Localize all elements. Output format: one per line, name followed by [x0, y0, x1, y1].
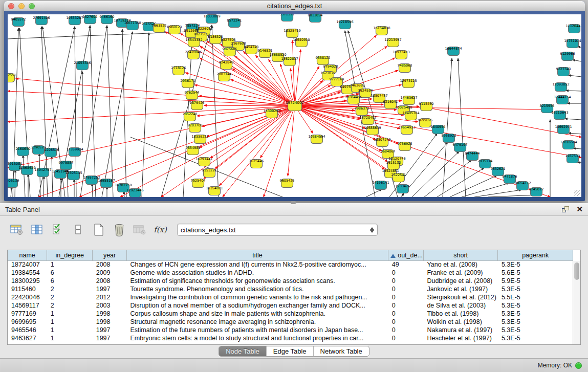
table-cell[interactable]: 5.6E-5	[498, 269, 573, 277]
graph-edge[interactable]	[566, 91, 581, 91]
graph-node[interactable]: 9129966	[560, 52, 575, 61]
table-cell[interactable]: Corpus callosum shape and size in male p…	[126, 310, 388, 318]
graph-node[interactable]: 16291441	[195, 157, 212, 166]
table-cell[interactable]: Tourette syndrome. Phenomenology and cla…	[126, 285, 388, 293]
select-columns-icon[interactable]	[30, 222, 45, 237]
graph-node[interactable]: 15751074	[564, 39, 581, 48]
graph-node[interactable]: 1290526	[31, 145, 46, 155]
table-row[interactable]: 1456911722003Disruption of a novel membe…	[8, 301, 573, 310]
graph-node[interactable]: 18325419	[284, 29, 300, 38]
graph-node[interactable]: 1840954	[431, 125, 446, 134]
table-cell[interactable]: 9465546	[8, 326, 47, 334]
graph-node[interactable]: 1167533	[565, 154, 580, 163]
graph-node[interactable]: 12923446	[126, 188, 143, 198]
graph-node[interactable]: 13505135	[65, 171, 82, 180]
graph-node[interactable]: 2718126	[171, 66, 186, 75]
table-cell[interactable]: 5.3E-5	[498, 318, 573, 326]
graph-node[interactable]: 9466160	[100, 15, 115, 24]
graph-node[interactable]: 8960123	[167, 25, 182, 34]
graph-node[interactable]: 11568629	[18, 166, 35, 175]
graph-edge[interactable]	[142, 33, 149, 197]
new-file-icon[interactable]	[91, 222, 106, 237]
graph-node[interactable]: 5572391	[280, 14, 295, 21]
graph-node[interactable]: 15692971	[555, 125, 572, 134]
graph-edge[interactable]	[11, 187, 12, 197]
graph-node[interactable]: 16354821	[206, 186, 223, 195]
graph-node[interactable]: 19654923	[398, 125, 415, 135]
graph-node[interactable]: 10384594	[308, 135, 325, 144]
graph-node[interactable]: 18807249	[374, 138, 390, 147]
graph-node[interactable]: 9203708	[188, 123, 203, 133]
scrollbar-thumb[interactable]	[574, 262, 579, 280]
graph-node[interactable]: 2803144	[217, 72, 232, 81]
table-cell[interactable]: 2008	[93, 277, 127, 285]
graph-node[interactable]: 7663822	[152, 24, 167, 33]
import-table-icon[interactable]	[132, 222, 147, 237]
resize-grip-icon[interactable]	[574, 190, 580, 196]
graph-node[interactable]: 13622037	[281, 57, 298, 66]
column-header-name[interactable]: name	[8, 250, 47, 260]
graph-edge[interactable]	[92, 184, 93, 197]
graph-edge[interactable]	[462, 183, 509, 197]
graph-node[interactable]: 7525404	[191, 179, 206, 188]
table-cell[interactable]: 0	[388, 285, 424, 293]
graph-node[interactable]: 15720407	[359, 116, 376, 125]
table-cell[interactable]: 9777169	[8, 310, 47, 318]
graph-edge[interactable]	[204, 106, 295, 179]
table-cell[interactable]: 2008	[93, 260, 127, 269]
graph-node[interactable]: 9558122	[316, 56, 331, 65]
graph-edge[interactable]	[120, 106, 295, 197]
table-cell[interactable]: 0	[388, 293, 424, 301]
table-cell[interactable]: 2003	[93, 301, 127, 310]
table-cell[interactable]: 14569117	[8, 301, 47, 310]
graph-node[interactable]: 2160650	[16, 147, 31, 156]
graph-node[interactable]: 9115460	[419, 102, 434, 111]
table-cell[interactable]: Dudbridge et al. (2008)	[423, 277, 498, 285]
table-cell[interactable]: Genome-wide association studies in ADHD.	[126, 269, 388, 277]
table-cell[interactable]: 1997	[93, 326, 127, 334]
table-row[interactable]: 1830029562008Estimation of significance …	[8, 277, 573, 285]
graph-edge[interactable]	[13, 28, 18, 197]
graph-node[interactable]: 17016504	[560, 140, 577, 149]
table-cell[interactable]: Changes of HCN gene expression and I(f) …	[126, 260, 388, 269]
table-cell[interactable]: Hescheler et al. (1997)	[423, 334, 498, 342]
table-cell[interactable]: 0	[388, 269, 424, 277]
table-cell[interactable]: 2012	[93, 293, 127, 301]
table-cell[interactable]: 0	[388, 334, 424, 342]
graph-node[interactable]: 12973125	[400, 79, 417, 88]
graph-node[interactable]: 9227343	[556, 67, 571, 76]
graph-node[interactable]: 1733426	[396, 184, 410, 193]
graph-node[interactable]: 7625446	[249, 159, 264, 168]
table-row[interactable]: 2242004622012Investigating the contribut…	[8, 293, 573, 301]
graph-node[interactable]: 8572241	[227, 18, 242, 28]
graph-edge[interactable]	[569, 75, 581, 77]
table-row[interactable]: 911546021997Tourette syndrome. Phenomeno…	[8, 285, 573, 293]
tab-node-table[interactable]: Node Table	[219, 346, 267, 356]
table-cell[interactable]: 1	[47, 326, 93, 334]
table-row[interactable]: 1872400712008Changes of HCN gene express…	[8, 260, 573, 269]
table-row[interactable]: 969969511998Structural magnetic resonanc…	[8, 318, 573, 326]
table-cell[interactable]: 1	[47, 260, 93, 269]
graph-node[interactable]: 10688639	[364, 126, 381, 135]
panel-resize-handle[interactable]	[291, 201, 296, 204]
graph-edge[interactable]	[204, 105, 295, 106]
table-cell[interactable]: Embryonic stem cells: a model to study s…	[126, 334, 388, 342]
table-cell[interactable]: Tibbo et al. (1998)	[423, 310, 498, 318]
graph-edge[interactable]	[578, 162, 581, 163]
graph-node[interactable]: 8813054	[308, 14, 323, 23]
graph-node[interactable]: 10973493	[393, 50, 409, 59]
graph-node[interactable]: 17359924	[66, 147, 83, 157]
graph-node[interactable]: 19495764	[402, 111, 419, 120]
table-cell[interactable]: 5.3E-5	[498, 260, 573, 269]
graph-node[interactable]: 12093852	[552, 82, 569, 92]
table-scrollbar[interactable]	[573, 261, 580, 344]
table-panel-titlebar[interactable]: Table Panel ✕	[0, 203, 588, 216]
node-attribute-table[interactable]: namein_degreeyeartitleout_de...shortpage…	[8, 250, 573, 342]
table-cell[interactable]: 9699695	[8, 318, 47, 326]
graph-node[interactable]: 9153221	[202, 168, 217, 178]
column-header-out-de[interactable]: out_de...	[388, 250, 424, 260]
table-cell[interactable]: 5.9E-5	[498, 277, 573, 285]
float-panel-icon[interactable]	[562, 206, 569, 212]
graph-node[interactable]: 16033809	[203, 14, 220, 24]
graph-node[interactable]: 9245012	[529, 187, 544, 196]
